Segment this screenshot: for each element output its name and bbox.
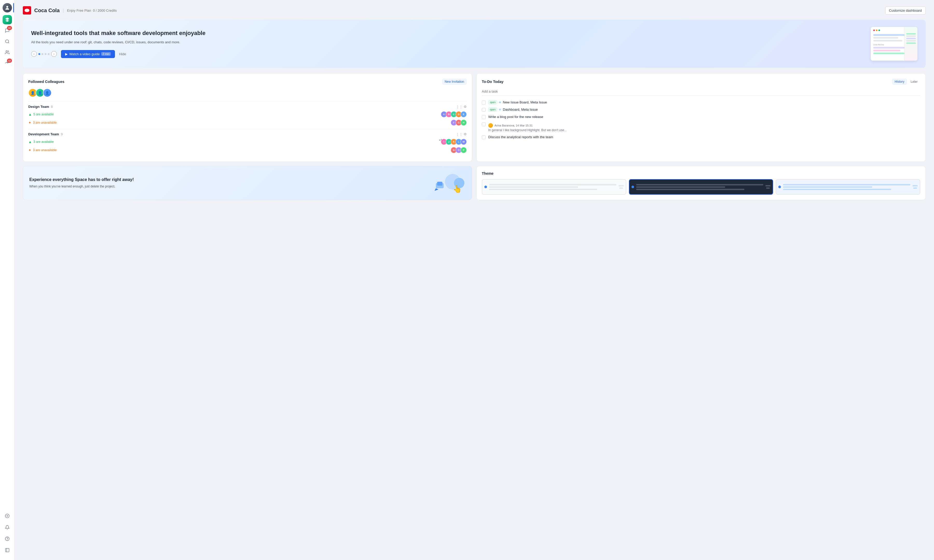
experience-content: Experience everything Space has to offer…	[29, 177, 134, 189]
theme-icon-line	[912, 185, 918, 186]
team-settings-icon[interactable]: ⚙	[464, 105, 467, 109]
plan-text: Enjoy Free Plan 0 / 2000 Credits	[67, 9, 117, 12]
design-unavailable-status: ✦ 3 are unavailable	[28, 120, 57, 125]
todo-item-2: open ✳ Dashboard, Meta Issue	[482, 106, 920, 113]
svg-point-2	[6, 51, 7, 52]
history-tab[interactable]: History	[892, 78, 907, 85]
svg-point-0	[6, 6, 8, 8]
theme-card: Theme	[476, 166, 926, 200]
sidebar-bottom	[3, 511, 12, 557]
development-team-section: Development Team 9 ⋮⋮ ⚙ ▲ 3 are availabl…	[28, 129, 467, 153]
dev-available-avatars: +1 I J K L M	[439, 139, 467, 145]
sidebar-top: 32 12	[3, 3, 12, 511]
design-team-section: Design Team 8 ⋮⋮ ⚙ ▲ 5 are available A	[28, 102, 467, 126]
dark-theme-option[interactable]	[629, 179, 774, 195]
mini-avatar: E	[461, 111, 467, 117]
todo-text-3: Write a blog post for the new release	[488, 115, 543, 119]
todo-label-3: Write a blog post for the new release	[488, 115, 920, 119]
todo-content-1: open ✳ New Issue Board, Meta Issue	[488, 100, 920, 104]
svg-point-11	[25, 9, 29, 12]
help-icon-btn[interactable]	[3, 534, 12, 543]
activity-icon-btn[interactable]: 12	[3, 58, 12, 68]
banner-dot-4	[48, 53, 49, 55]
search-icon-btn[interactable]	[3, 37, 12, 46]
experience-card: Experience everything Space has to offer…	[23, 166, 472, 200]
todo-checkbox-3[interactable]	[482, 115, 485, 119]
team-settings-icon[interactable]: ⚙	[464, 132, 467, 136]
banner-prev-button[interactable]: ‹	[31, 51, 37, 57]
todo-content-5: Discuss the analytical reports with the …	[488, 135, 920, 139]
chat-icon-btn[interactable]: 32	[3, 26, 12, 35]
app-switcher-icon[interactable]	[3, 15, 12, 25]
todo-text-2: Dashboard, Meta Issue	[503, 108, 538, 111]
snowflake-icon-2: ✳	[499, 108, 501, 111]
todo-checkbox-2[interactable]	[482, 108, 485, 112]
user-avatar[interactable]	[3, 3, 12, 12]
theme-line	[636, 184, 763, 185]
theme-title: Theme	[482, 171, 920, 175]
todo-label-5: Discuss the analytical reports with the …	[488, 135, 920, 139]
notifications-icon-btn[interactable]	[3, 523, 12, 532]
mini-avatar: M	[461, 139, 467, 145]
team-list-icon[interactable]: ⋮⋮	[456, 132, 462, 136]
todo-text-1: New Issue Board, Meta Issue	[503, 100, 547, 104]
dev-unavailable-avatars: N O P	[451, 147, 467, 153]
theme-line	[783, 184, 910, 185]
mini-avatar: H	[461, 120, 467, 126]
main-content: Coca Cola | Enjoy Free Plan 0 / 2000 Cre…	[14, 0, 934, 560]
todo-title: To-Do Today	[482, 80, 503, 84]
customize-dashboard-button[interactable]: Customize dashboard	[885, 6, 926, 14]
dark-theme-dot	[632, 186, 634, 188]
collapse-icon-btn[interactable]	[3, 546, 12, 555]
blue-theme-option[interactable]	[776, 179, 920, 195]
theme-line	[636, 186, 725, 188]
todo-content-2: open ✳ Dashboard, Meta Issue	[488, 108, 920, 111]
later-tab[interactable]: Later	[908, 78, 920, 85]
development-team-icons: ⋮⋮ ⚙	[456, 132, 467, 136]
colleagues-title: Followed Colleagues	[28, 80, 64, 84]
banner-dot-2	[42, 53, 43, 55]
todo-item-1: open ✳ New Issue Board, Meta Issue	[482, 99, 920, 106]
illus-sidebar	[905, 27, 917, 61]
snowflake-icon-1: ✳	[499, 101, 501, 104]
light-theme-option[interactable]	[482, 179, 626, 195]
design-unavailable-row: ✦ 3 are unavailable F G H	[28, 120, 467, 126]
svg-rect-13	[437, 182, 442, 186]
todo-label-1: open ✳ New Issue Board, Meta Issue	[488, 100, 920, 104]
todo-card-header: To-Do Today History Later	[482, 78, 920, 85]
todo-checkbox-5[interactable]	[482, 135, 485, 139]
add-task-input[interactable]	[482, 88, 920, 96]
colleague-avatar-3: 👤	[43, 88, 52, 97]
header: Coca Cola | Enjoy Free Plan 0 / 2000 Cre…	[23, 6, 926, 14]
people-icon-btn[interactable]	[3, 48, 12, 57]
development-team-header: Development Team 9 ⋮⋮ ⚙	[28, 132, 467, 136]
activity-badge: 12	[7, 58, 12, 63]
dev-unavailable-status: ✦ 3 are unavailable	[28, 148, 57, 152]
theme-line	[489, 189, 597, 190]
two-column-section: Followed Colleagues New Invitation 👤 👤 👤…	[23, 73, 926, 162]
todo-checkbox-4[interactable]	[482, 122, 485, 126]
hide-banner-button[interactable]: Hide	[119, 52, 126, 56]
play-icon: ▶	[65, 52, 68, 56]
design-available-status: ▲ 5 are available	[28, 112, 54, 116]
team-list-icon[interactable]: ⋮⋮	[456, 105, 462, 109]
todo-text-5: Discuss the analytical reports with the …	[488, 135, 553, 139]
todo-checkbox-1[interactable]	[482, 101, 485, 105]
add-icon-btn[interactable]	[3, 511, 12, 521]
header-left: Coca Cola | Enjoy Free Plan 0 / 2000 Cre…	[23, 6, 117, 14]
bottom-two-col: Experience everything Space has to offer…	[23, 166, 926, 200]
watch-video-button[interactable]: ▶ Watch a video guide 2 min	[61, 50, 115, 58]
exp-hand-icon: 👆	[453, 185, 462, 194]
todo-card: To-Do Today History Later open ✳ New Iss…	[476, 73, 926, 162]
blue-theme-icon-row	[912, 185, 918, 189]
design-available-row: ▲ 5 are available A B C D E	[28, 111, 467, 117]
banner-next-button[interactable]: ›	[51, 51, 57, 57]
banner-content: Well-integrated tools that make software…	[31, 29, 205, 58]
theme-line	[783, 189, 891, 190]
banner-title: Well-integrated tools that make software…	[31, 29, 205, 37]
banner-dot-1	[39, 53, 40, 55]
new-invitation-button[interactable]: New Invitation	[442, 78, 467, 85]
browser-dot-yellow	[876, 29, 877, 31]
experience-title: Experience everything Space has to offer…	[29, 177, 134, 182]
todo-author-4: Arina Baranova, 14 Mar 15:31	[495, 124, 533, 127]
